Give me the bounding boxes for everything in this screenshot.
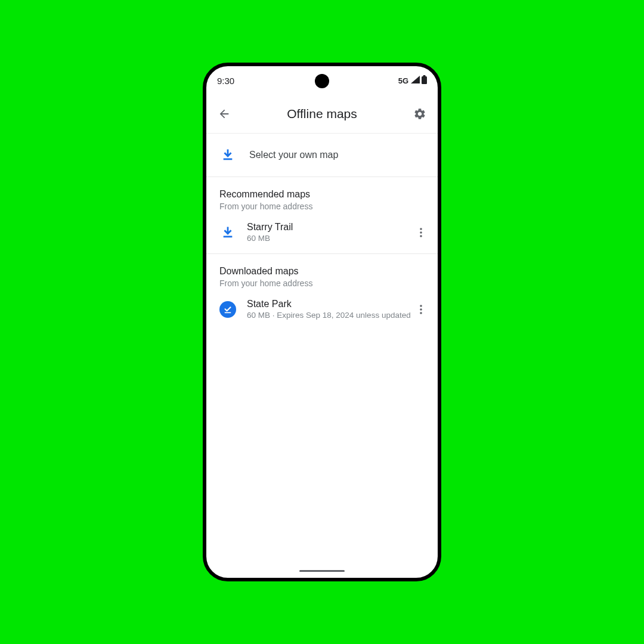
map-name: Starry Trail [247, 222, 415, 233]
app-header: Offline maps [206, 91, 438, 134]
status-time: 9:30 [217, 76, 234, 86]
recommended-title: Recommended maps [219, 189, 425, 200]
map-meta: 60 MB [247, 234, 415, 243]
map-name: State Park [247, 299, 415, 309]
map-meta: 60 MB · Expires Sep 18, 2024 unless upda… [247, 311, 415, 320]
camera-cutout [315, 74, 329, 88]
arrow-left-icon [218, 107, 231, 120]
select-own-map-label: Select your own map [249, 150, 338, 160]
recommended-subtitle: From your home address [219, 202, 425, 211]
svg-point-10 [420, 312, 422, 314]
downloaded-subtitle: From your home address [219, 278, 425, 288]
svg-point-4 [420, 228, 422, 230]
recommended-section: Recommended maps From your home address [206, 177, 438, 211]
downloaded-map-item[interactable]: State Park 60 MB · Expires Sep 18, 2024 … [206, 288, 438, 330]
downloaded-section: Downloaded maps From your home address [206, 254, 438, 288]
more-vert-icon [420, 305, 422, 314]
svg-point-5 [420, 231, 422, 234]
svg-rect-0 [422, 76, 427, 84]
status-right: 5G [398, 75, 427, 86]
more-vert-icon [420, 228, 422, 237]
download-icon [219, 147, 236, 163]
downloaded-badge-icon [219, 301, 236, 318]
download-icon [219, 224, 236, 241]
svg-point-8 [420, 305, 422, 307]
svg-rect-2 [224, 159, 233, 160]
battery-icon [422, 75, 427, 86]
network-label: 5G [398, 76, 408, 85]
phone-frame: 9:30 5G Offline maps [203, 63, 441, 581]
svg-rect-7 [225, 312, 231, 313]
more-options-button[interactable] [415, 225, 427, 240]
gear-icon [413, 107, 426, 120]
select-own-map[interactable]: Select your own map [206, 134, 438, 177]
svg-point-6 [420, 235, 422, 237]
signal-icon [411, 75, 420, 86]
home-indicator[interactable] [299, 570, 345, 572]
recommended-map-item[interactable]: Starry Trail 60 MB [206, 211, 438, 254]
settings-button[interactable] [413, 107, 427, 121]
svg-rect-3 [224, 236, 233, 237]
downloaded-title: Downloaded maps [219, 266, 425, 277]
back-button[interactable] [217, 107, 231, 121]
map-text: State Park 60 MB · Expires Sep 18, 2024 … [247, 299, 415, 320]
page-title: Offline maps [231, 107, 413, 121]
svg-rect-1 [423, 75, 426, 77]
svg-point-9 [420, 308, 422, 311]
more-options-button[interactable] [415, 302, 427, 317]
map-text: Starry Trail 60 MB [247, 222, 415, 243]
